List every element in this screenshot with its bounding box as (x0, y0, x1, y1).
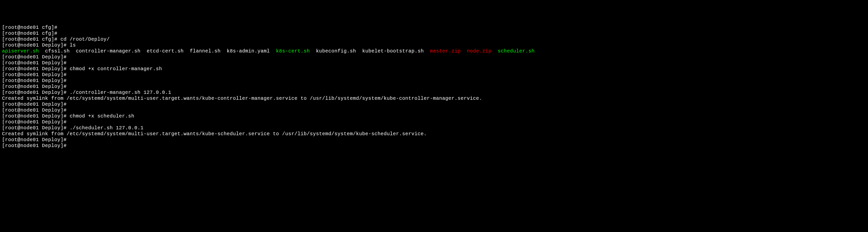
prompt-line: [root@node01 Deploy]# (2, 107, 866, 113)
shell-prompt: [root@node01 cfg]# (2, 36, 61, 42)
prompt-line: [root@node01 Deploy]# (2, 60, 866, 66)
output-text: Created symlink from /etc/systemd/system… (2, 131, 427, 137)
shell-prompt: [root@node01 Deploy]# (2, 72, 70, 78)
shell-prompt: [root@node01 Deploy]# (2, 102, 70, 107)
shell-prompt: [root@node01 Deploy]# (2, 60, 70, 66)
file-regular: flannel.sh (190, 48, 221, 54)
shell-prompt: [root@node01 cfg]# (2, 31, 61, 36)
prompt-line: [root@node01 Deploy]# (2, 137, 866, 143)
shell-prompt: [root@node01 cfg]# (2, 25, 61, 30)
prompt-line: [root@node01 cfg]# (2, 31, 866, 36)
file-archive: node.zip (467, 48, 492, 54)
shell-prompt: [root@node01 Deploy]# (2, 78, 70, 84)
file-executable: k8s-cert.sh (276, 48, 310, 54)
shell-prompt: [root@node01 Deploy]# (2, 42, 70, 48)
prompt-line: [root@node01 Deploy]# (2, 143, 866, 149)
shell-prompt: [root@node01 Deploy]# (2, 107, 70, 113)
shell-prompt: [root@node01 Deploy]# (2, 90, 70, 95)
terminal-output[interactable]: [root@node01 cfg]# [root@node01 cfg]# [r… (2, 25, 866, 149)
shell-prompt: [root@node01 Deploy]# (2, 54, 70, 60)
file-regular: kubeconfig.sh (316, 48, 356, 54)
command-line: [root@node01 Deploy]# chmod +x scheduler… (2, 113, 866, 119)
prompt-line: [root@node01 Deploy]# (2, 119, 866, 125)
prompt-line: [root@node01 Deploy]# (2, 84, 866, 90)
file-regular: k8s-admin.yaml (227, 48, 270, 54)
file-regular: cfssl.sh (45, 48, 70, 54)
command-line: [root@node01 Deploy]# ./scheduler.sh 127… (2, 125, 866, 131)
command-line: [root@node01 Deploy]# ls (2, 42, 866, 48)
output-text: Created symlink from /etc/systemd/system… (2, 95, 482, 101)
shell-prompt: [root@node01 Deploy]# (2, 143, 70, 148)
shell-prompt: [root@node01 Deploy]# (2, 137, 70, 143)
file-executable: scheduler.sh (498, 48, 535, 54)
command-line: [root@node01 Deploy]# chmod +x controlle… (2, 66, 866, 72)
prompt-line: [root@node01 cfg]# (2, 25, 866, 31)
shell-prompt: [root@node01 Deploy]# (2, 125, 70, 131)
shell-prompt: [root@node01 Deploy]# (2, 113, 70, 119)
prompt-line: [root@node01 Deploy]# (2, 72, 866, 78)
shell-prompt: [root@node01 Deploy]# (2, 84, 70, 89)
command-text: chmod +x scheduler.sh (70, 113, 134, 119)
command-text: ./controller-manager.sh 127.0.0.1 (70, 90, 172, 95)
command-text: ./scheduler.sh 127.0.0.1 (70, 125, 144, 131)
command-text: chmod +x controller-manager.sh (70, 66, 162, 72)
output-line: Created symlink from /etc/systemd/system… (2, 131, 866, 137)
file-regular: kubelet-bootstrap.sh (362, 48, 424, 54)
command-line: [root@node01 Deploy]# ./controller-manag… (2, 90, 866, 95)
ls-output: apiserver.sh cfssl.sh controller-manager… (2, 48, 866, 54)
file-archive: master.zip (430, 48, 461, 54)
file-executable: apiserver.sh (2, 48, 39, 54)
command-line: [root@node01 cfg]# cd /root/Deploy/ (2, 36, 866, 42)
prompt-line: [root@node01 Deploy]# (2, 102, 866, 107)
file-regular: controller-manager.sh (76, 48, 141, 54)
prompt-line: [root@node01 Deploy]# (2, 78, 866, 84)
file-regular: etcd-cert.sh (147, 48, 184, 54)
command-text: cd /root/Deploy/ (61, 36, 110, 42)
prompt-line: [root@node01 Deploy]# (2, 54, 866, 60)
shell-prompt: [root@node01 Deploy]# (2, 66, 70, 72)
shell-prompt: [root@node01 Deploy]# (2, 119, 70, 125)
command-text: ls (70, 42, 76, 48)
output-line: Created symlink from /etc/systemd/system… (2, 95, 866, 102)
